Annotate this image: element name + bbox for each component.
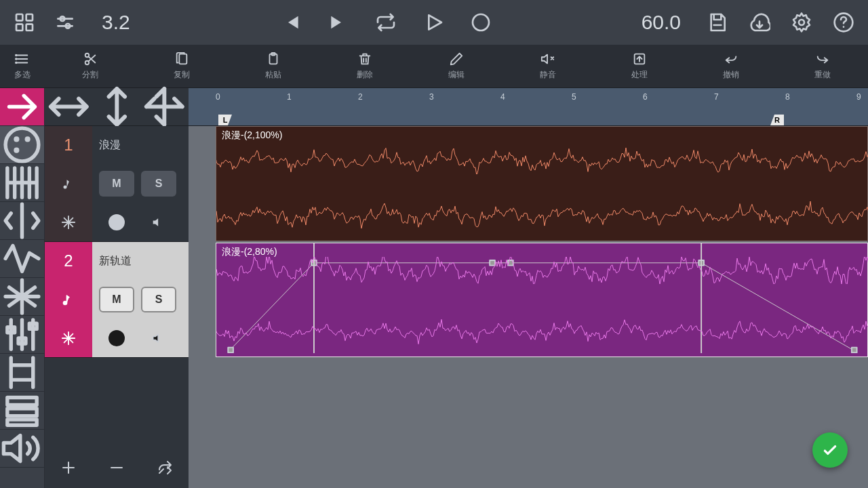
skip-start-icon[interactable] [280,12,302,33]
ruler[interactable]: L R 0123456789 [189,88,868,126]
track-1-solo[interactable]: S [141,171,176,197]
svg-point-10 [16,58,17,60]
snap-tool[interactable] [140,88,189,125]
track-1-number: 1 [45,126,92,165]
apps-icon[interactable] [14,12,35,33]
edit-toolbar: 多选 分割 复制 粘贴 删除 编辑 静音 处理 撤销 重做 [0,45,868,88]
left-tool-strip [0,88,45,488]
svg-rect-1 [26,14,33,20]
timeline[interactable]: L R 0123456789 浪漫-(2,100%) 浪漫-(2,80%) [189,88,868,488]
svg-rect-0 [16,14,22,20]
svg-point-18 [5,128,39,161]
loop-end-marker[interactable]: R [770,115,784,125]
track-1-arm[interactable] [99,209,134,235]
position-display[interactable]: 3.2 [88,11,144,34]
palette-tool[interactable] [0,126,44,164]
edit-label: 编辑 [448,69,465,81]
remove-track-button[interactable] [108,460,125,479]
clip-track-1[interactable]: 浪漫-(2,100%) [216,126,868,241]
delete-label: 删除 [357,69,373,81]
fx-tool[interactable] [0,278,44,316]
top-bar: 3.2 60.0 [0,0,868,45]
sliders-icon[interactable] [54,12,76,33]
svg-point-7 [799,20,804,25]
ruler-mark: 0 [216,92,220,102]
grid-tool[interactable] [0,164,44,202]
confirm-fab[interactable] [812,432,848,468]
svg-point-19 [14,136,19,142]
ruler-mark: 7 [714,92,719,102]
split-label: 分割 [82,69,98,81]
track-row-1[interactable]: 1 浪漫 MS [45,126,189,242]
ruler-mark: 2 [358,92,363,102]
help-icon[interactable] [833,12,854,33]
track-2-mute[interactable]: M [99,287,134,312]
save-icon[interactable] [707,12,728,33]
clip-1-label: 浪漫-(2,100%) [222,129,282,142]
ruler-mark: 9 [856,92,861,102]
star-icon[interactable] [45,319,92,357]
paste-button[interactable]: 粘贴 [228,45,319,87]
redo-label: 重做 [814,69,831,81]
track-1-name: 浪漫 [99,138,121,152]
loop-icon[interactable] [375,12,397,33]
track-2-solo[interactable]: S [141,287,176,312]
svg-rect-2 [16,24,22,30]
split-tool[interactable] [0,202,44,240]
edit-button[interactable]: 编辑 [411,45,502,87]
move-h-tool[interactable] [45,88,93,125]
process-button[interactable]: 处理 [593,45,685,87]
track-panel-tools [45,88,189,126]
tempo-display[interactable]: 60.0 [628,11,694,34]
delete-button[interactable]: 删除 [319,45,411,87]
track-1-monitor[interactable] [141,209,176,235]
svg-rect-3 [26,24,33,30]
move-v-tool[interactable] [93,88,141,125]
mute-label: 静音 [540,69,556,81]
svg-rect-26 [7,409,37,416]
ruler-mark: 4 [500,92,505,102]
svg-point-11 [16,62,17,64]
track-2-monitor[interactable] [141,325,176,351]
layers-tool[interactable] [0,392,44,430]
svg-rect-27 [7,420,37,425]
undo-label: 撤销 [723,69,739,81]
ruler-mark: 5 [572,92,576,102]
skip-end-icon[interactable] [328,12,349,33]
transport-controls [280,12,492,33]
copy-button[interactable]: 复制 [136,45,228,87]
note-icon[interactable] [45,165,92,203]
record-icon[interactable] [470,12,492,33]
wave-tool[interactable] [0,240,44,278]
copy-label: 复制 [174,69,190,81]
multiselect-label: 多选 [14,69,31,81]
download-icon[interactable] [749,12,770,33]
track-2-arm[interactable] [99,325,134,351]
mixer-tool[interactable] [0,316,44,354]
paste-label: 粘贴 [265,69,281,81]
redo-button[interactable]: 重做 [776,45,868,87]
play-icon[interactable] [422,12,444,33]
process-label: 处理 [631,69,648,81]
svg-rect-33 [852,348,857,353]
star-icon[interactable] [45,203,92,241]
track-2-number: 2 [45,242,92,281]
loop-start-marker[interactable]: L [218,115,232,125]
main-area: 1 浪漫 MS 2 新轨道 MS [0,88,868,488]
arrow-tool[interactable] [0,88,44,126]
note-icon[interactable] [45,281,92,319]
marker-tool[interactable] [0,354,44,392]
track-row-2[interactable]: 2 新轨道 MS [45,242,189,358]
speaker-tool[interactable] [0,430,44,468]
svg-point-21 [14,148,19,153]
add-track-button[interactable] [60,460,77,479]
clip-track-2[interactable]: 浪漫-(2,80%) [216,243,868,357]
undo-button[interactable]: 撤销 [685,45,776,87]
split-button[interactable]: 分割 [45,45,136,87]
settings-icon[interactable] [791,12,812,33]
track-1-mute[interactable]: M [99,171,134,197]
mute-button[interactable]: 静音 [502,45,593,87]
multiselect-button[interactable]: 多选 [0,45,45,87]
shuffle-button[interactable] [157,460,173,479]
track-2-name: 新轨道 [99,254,132,268]
